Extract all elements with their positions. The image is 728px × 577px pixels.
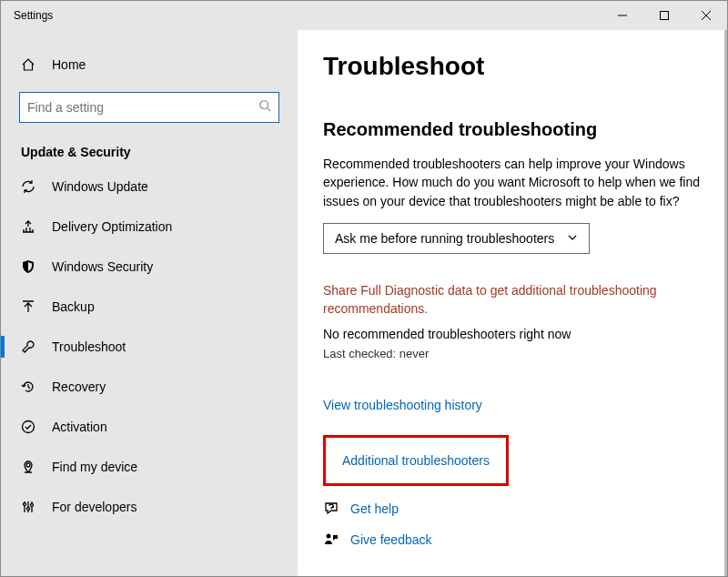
svg-point-12 xyxy=(327,534,331,539)
additional-troubleshooters-highlight: Additional troubleshooters xyxy=(323,435,509,486)
sidebar-item-label: Find my device xyxy=(52,460,137,474)
sidebar-item-windows-update[interactable]: Windows Update xyxy=(1,167,298,207)
nav-list: Windows Update Delivery Optimization Win… xyxy=(1,167,298,527)
minimize-button[interactable] xyxy=(602,1,643,30)
section-title: Recommended troubleshooting xyxy=(323,119,702,140)
get-help-row[interactable]: Get help xyxy=(323,501,702,517)
svg-point-6 xyxy=(23,421,35,433)
last-checked-text: Last checked: never xyxy=(323,347,702,360)
sidebar-item-for-developers[interactable]: For developers xyxy=(1,487,298,527)
give-feedback-link[interactable]: Give feedback xyxy=(350,532,432,547)
sidebar-item-label: Windows Security xyxy=(52,259,153,274)
chevron-down-icon xyxy=(567,231,578,246)
titlebar: Settings xyxy=(1,1,727,30)
maximize-button[interactable] xyxy=(643,1,685,30)
search-box[interactable] xyxy=(19,92,279,123)
additional-troubleshooters-link[interactable]: Additional troubleshooters xyxy=(342,453,490,468)
wrench-icon xyxy=(21,339,35,354)
sidebar-item-windows-security[interactable]: Windows Security xyxy=(1,247,298,287)
sidebar-item-label: Activation xyxy=(52,420,107,434)
svg-line-5 xyxy=(268,108,271,112)
home-icon xyxy=(21,57,35,72)
svg-point-9 xyxy=(27,508,30,511)
sidebar-item-recovery[interactable]: Recovery xyxy=(1,367,298,407)
sidebar-item-label: For developers xyxy=(52,500,136,514)
svg-point-7 xyxy=(26,463,30,467)
home-nav[interactable]: Home xyxy=(1,46,298,83)
sidebar-item-find-my-device[interactable]: Find my device xyxy=(1,447,298,487)
home-label: Home xyxy=(52,57,86,72)
chat-icon xyxy=(323,501,339,517)
svg-point-10 xyxy=(31,504,34,507)
section-header: Update & Security xyxy=(1,123,298,167)
backup-icon xyxy=(21,299,35,314)
window-controls xyxy=(602,1,727,30)
svg-point-4 xyxy=(260,101,268,109)
search-icon xyxy=(258,99,271,116)
get-help-link[interactable]: Get help xyxy=(350,501,399,516)
check-circle-icon xyxy=(21,420,35,434)
troubleshoot-preference-dropdown[interactable]: Ask me before running troubleshooters xyxy=(323,223,590,254)
scrollbar[interactable] xyxy=(724,30,727,576)
status-text: No recommended troubleshooters right now xyxy=(323,327,702,341)
sidebar-item-delivery-optimization[interactable]: Delivery Optimization xyxy=(1,207,298,247)
sliders-icon xyxy=(21,500,35,514)
content-pane: Troubleshoot Recommended troubleshooting… xyxy=(298,30,727,576)
svg-rect-1 xyxy=(661,12,669,20)
sidebar-item-label: Recovery xyxy=(52,380,106,394)
sidebar-item-label: Windows Update xyxy=(52,179,148,194)
sidebar-item-label: Delivery Optimization xyxy=(52,219,172,234)
sync-icon xyxy=(21,179,35,194)
page-title: Troubleshoot xyxy=(323,52,702,81)
recovery-icon xyxy=(21,380,35,394)
delivery-icon xyxy=(21,219,35,234)
dropdown-value: Ask me before running troubleshooters xyxy=(335,231,554,246)
view-history-link[interactable]: View troubleshooting history xyxy=(323,398,482,412)
window-title: Settings xyxy=(1,9,602,22)
search-input[interactable] xyxy=(27,100,258,115)
sidebar-item-troubleshoot[interactable]: Troubleshoot xyxy=(1,327,298,367)
sidebar: Home Update & Security Windows Update xyxy=(1,30,298,576)
section-description: Recommended troubleshooters can help imp… xyxy=(323,155,702,210)
sidebar-item-activation[interactable]: Activation xyxy=(1,407,298,447)
feedback-icon xyxy=(323,531,339,548)
sidebar-item-label: Troubleshoot xyxy=(52,339,126,354)
give-feedback-row[interactable]: Give feedback xyxy=(323,531,702,548)
location-icon xyxy=(21,460,35,474)
shield-icon xyxy=(21,259,35,274)
sidebar-item-backup[interactable]: Backup xyxy=(1,287,298,327)
close-button[interactable] xyxy=(685,1,727,30)
diagnostic-warning: Share Full Diagnostic data to get additi… xyxy=(323,281,687,319)
svg-point-8 xyxy=(24,503,26,506)
sidebar-item-label: Backup xyxy=(52,299,95,314)
